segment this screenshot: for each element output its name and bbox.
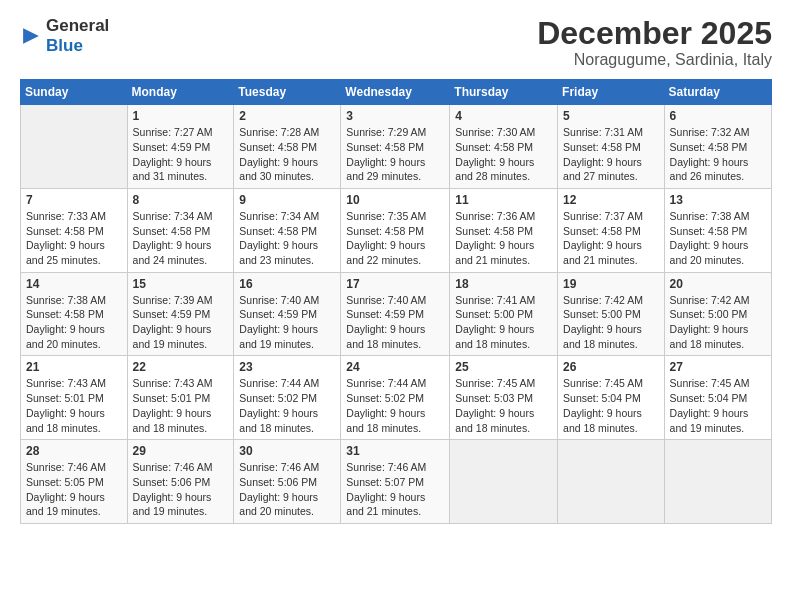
day-number: 16	[239, 277, 335, 291]
day-info: Sunrise: 7:44 AMSunset: 5:02 PMDaylight:…	[239, 376, 335, 435]
day-info: Sunrise: 7:46 AMSunset: 5:07 PMDaylight:…	[346, 460, 444, 519]
calendar-cell: 4Sunrise: 7:30 AMSunset: 4:58 PMDaylight…	[450, 105, 558, 189]
day-number: 1	[133, 109, 229, 123]
day-info: Sunrise: 7:29 AMSunset: 4:58 PMDaylight:…	[346, 125, 444, 184]
calendar-cell: 28Sunrise: 7:46 AMSunset: 5:05 PMDayligh…	[21, 440, 128, 524]
day-number: 20	[670, 277, 766, 291]
day-info: Sunrise: 7:38 AMSunset: 4:58 PMDaylight:…	[670, 209, 766, 268]
weekday-header-tuesday: Tuesday	[234, 80, 341, 105]
day-number: 17	[346, 277, 444, 291]
calendar-cell: 14Sunrise: 7:38 AMSunset: 4:58 PMDayligh…	[21, 272, 128, 356]
day-info: Sunrise: 7:39 AMSunset: 4:59 PMDaylight:…	[133, 293, 229, 352]
day-number: 27	[670, 360, 766, 374]
calendar-cell	[558, 440, 665, 524]
day-info: Sunrise: 7:38 AMSunset: 4:58 PMDaylight:…	[26, 293, 122, 352]
calendar-week-row: 7Sunrise: 7:33 AMSunset: 4:58 PMDaylight…	[21, 188, 772, 272]
calendar-cell: 22Sunrise: 7:43 AMSunset: 5:01 PMDayligh…	[127, 356, 234, 440]
day-info: Sunrise: 7:45 AMSunset: 5:04 PMDaylight:…	[563, 376, 659, 435]
calendar-cell: 17Sunrise: 7:40 AMSunset: 4:59 PMDayligh…	[341, 272, 450, 356]
day-info: Sunrise: 7:45 AMSunset: 5:03 PMDaylight:…	[455, 376, 552, 435]
calendar-cell: 6Sunrise: 7:32 AMSunset: 4:58 PMDaylight…	[664, 105, 771, 189]
day-number: 19	[563, 277, 659, 291]
header: General Blue December 2025 Noragugume, S…	[20, 16, 772, 69]
calendar-cell	[664, 440, 771, 524]
calendar-cell: 3Sunrise: 7:29 AMSunset: 4:58 PMDaylight…	[341, 105, 450, 189]
calendar-cell: 12Sunrise: 7:37 AMSunset: 4:58 PMDayligh…	[558, 188, 665, 272]
logo-general: General	[46, 16, 109, 36]
day-number: 3	[346, 109, 444, 123]
calendar-week-row: 1Sunrise: 7:27 AMSunset: 4:59 PMDaylight…	[21, 105, 772, 189]
location-subtitle: Noragugume, Sardinia, Italy	[537, 51, 772, 69]
day-info: Sunrise: 7:41 AMSunset: 5:00 PMDaylight:…	[455, 293, 552, 352]
calendar-cell: 10Sunrise: 7:35 AMSunset: 4:58 PMDayligh…	[341, 188, 450, 272]
day-info: Sunrise: 7:30 AMSunset: 4:58 PMDaylight:…	[455, 125, 552, 184]
day-info: Sunrise: 7:45 AMSunset: 5:04 PMDaylight:…	[670, 376, 766, 435]
day-info: Sunrise: 7:43 AMSunset: 5:01 PMDaylight:…	[133, 376, 229, 435]
calendar-cell: 11Sunrise: 7:36 AMSunset: 4:58 PMDayligh…	[450, 188, 558, 272]
day-number: 24	[346, 360, 444, 374]
day-number: 25	[455, 360, 552, 374]
day-info: Sunrise: 7:40 AMSunset: 4:59 PMDaylight:…	[239, 293, 335, 352]
weekday-header-wednesday: Wednesday	[341, 80, 450, 105]
day-number: 11	[455, 193, 552, 207]
day-info: Sunrise: 7:35 AMSunset: 4:58 PMDaylight:…	[346, 209, 444, 268]
day-number: 7	[26, 193, 122, 207]
calendar-cell: 27Sunrise: 7:45 AMSunset: 5:04 PMDayligh…	[664, 356, 771, 440]
day-info: Sunrise: 7:34 AMSunset: 4:58 PMDaylight:…	[133, 209, 229, 268]
calendar-table: SundayMondayTuesdayWednesdayThursdayFrid…	[20, 79, 772, 524]
calendar-cell	[21, 105, 128, 189]
day-number: 2	[239, 109, 335, 123]
day-info: Sunrise: 7:36 AMSunset: 4:58 PMDaylight:…	[455, 209, 552, 268]
calendar-cell	[450, 440, 558, 524]
day-info: Sunrise: 7:27 AMSunset: 4:59 PMDaylight:…	[133, 125, 229, 184]
day-number: 15	[133, 277, 229, 291]
calendar-cell: 25Sunrise: 7:45 AMSunset: 5:03 PMDayligh…	[450, 356, 558, 440]
calendar-week-row: 14Sunrise: 7:38 AMSunset: 4:58 PMDayligh…	[21, 272, 772, 356]
day-info: Sunrise: 7:42 AMSunset: 5:00 PMDaylight:…	[563, 293, 659, 352]
day-number: 30	[239, 444, 335, 458]
day-number: 13	[670, 193, 766, 207]
weekday-header-thursday: Thursday	[450, 80, 558, 105]
logo: General Blue	[20, 16, 109, 55]
calendar-cell: 8Sunrise: 7:34 AMSunset: 4:58 PMDaylight…	[127, 188, 234, 272]
calendar-cell: 13Sunrise: 7:38 AMSunset: 4:58 PMDayligh…	[664, 188, 771, 272]
day-number: 10	[346, 193, 444, 207]
day-info: Sunrise: 7:33 AMSunset: 4:58 PMDaylight:…	[26, 209, 122, 268]
calendar-cell: 2Sunrise: 7:28 AMSunset: 4:58 PMDaylight…	[234, 105, 341, 189]
day-info: Sunrise: 7:46 AMSunset: 5:06 PMDaylight:…	[133, 460, 229, 519]
calendar-week-row: 28Sunrise: 7:46 AMSunset: 5:05 PMDayligh…	[21, 440, 772, 524]
day-number: 12	[563, 193, 659, 207]
day-number: 14	[26, 277, 122, 291]
day-info: Sunrise: 7:32 AMSunset: 4:58 PMDaylight:…	[670, 125, 766, 184]
calendar-cell: 9Sunrise: 7:34 AMSunset: 4:58 PMDaylight…	[234, 188, 341, 272]
calendar-cell: 1Sunrise: 7:27 AMSunset: 4:59 PMDaylight…	[127, 105, 234, 189]
svg-marker-0	[23, 28, 39, 44]
day-info: Sunrise: 7:37 AMSunset: 4:58 PMDaylight:…	[563, 209, 659, 268]
calendar-cell: 31Sunrise: 7:46 AMSunset: 5:07 PMDayligh…	[341, 440, 450, 524]
day-number: 5	[563, 109, 659, 123]
day-info: Sunrise: 7:44 AMSunset: 5:02 PMDaylight:…	[346, 376, 444, 435]
calendar-cell: 5Sunrise: 7:31 AMSunset: 4:58 PMDaylight…	[558, 105, 665, 189]
calendar-cell: 16Sunrise: 7:40 AMSunset: 4:59 PMDayligh…	[234, 272, 341, 356]
day-number: 26	[563, 360, 659, 374]
day-info: Sunrise: 7:40 AMSunset: 4:59 PMDaylight:…	[346, 293, 444, 352]
weekday-header-row: SundayMondayTuesdayWednesdayThursdayFrid…	[21, 80, 772, 105]
day-info: Sunrise: 7:34 AMSunset: 4:58 PMDaylight:…	[239, 209, 335, 268]
day-number: 23	[239, 360, 335, 374]
weekday-header-monday: Monday	[127, 80, 234, 105]
day-number: 9	[239, 193, 335, 207]
day-number: 4	[455, 109, 552, 123]
calendar-cell: 23Sunrise: 7:44 AMSunset: 5:02 PMDayligh…	[234, 356, 341, 440]
calendar-cell: 18Sunrise: 7:41 AMSunset: 5:00 PMDayligh…	[450, 272, 558, 356]
calendar-cell: 29Sunrise: 7:46 AMSunset: 5:06 PMDayligh…	[127, 440, 234, 524]
day-number: 18	[455, 277, 552, 291]
day-info: Sunrise: 7:46 AMSunset: 5:05 PMDaylight:…	[26, 460, 122, 519]
day-info: Sunrise: 7:46 AMSunset: 5:06 PMDaylight:…	[239, 460, 335, 519]
day-number: 31	[346, 444, 444, 458]
logo-icon	[20, 25, 42, 47]
calendar-cell: 30Sunrise: 7:46 AMSunset: 5:06 PMDayligh…	[234, 440, 341, 524]
weekday-header-sunday: Sunday	[21, 80, 128, 105]
month-title: December 2025	[537, 16, 772, 51]
page: General Blue December 2025 Noragugume, S…	[0, 0, 792, 612]
logo-blue: Blue	[46, 36, 109, 56]
